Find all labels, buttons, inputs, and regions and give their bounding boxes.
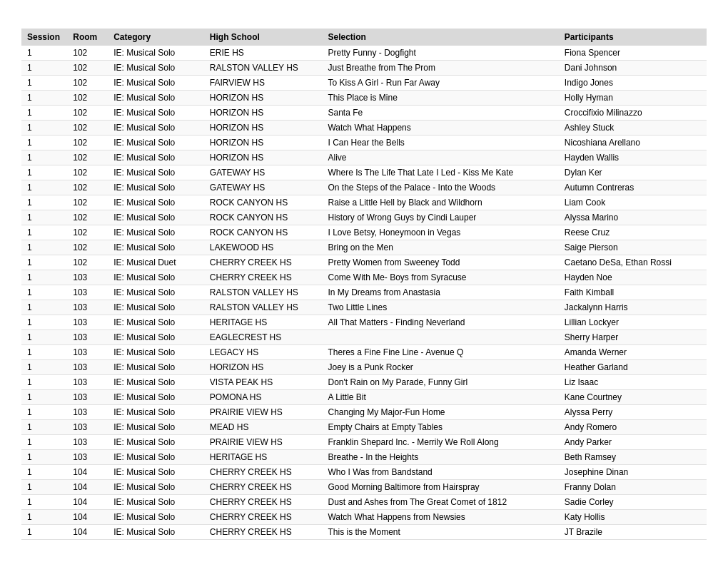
table-cell: 102 [67, 255, 108, 270]
table-cell: Pretty Women from Sweeney Todd [322, 255, 558, 270]
table-cell: 103 [67, 420, 108, 435]
header-category: Category [108, 29, 204, 46]
table-cell: Just Breathe from The Prom [322, 61, 558, 76]
header-selection: Selection [322, 29, 558, 46]
table-cell: 1 [21, 165, 67, 180]
header-room: Room [67, 29, 108, 46]
table-cell: HORIZON HS [204, 91, 323, 106]
table-row: 1103IE: Musical SoloRALSTON VALLEY HSIn … [21, 285, 707, 300]
table-cell: A Little Bit [322, 390, 558, 405]
table-cell: IE: Musical Solo [108, 330, 204, 345]
table-row: 1102IE: Musical SoloGATEWAY HSWhere Is T… [21, 165, 707, 180]
table-cell: IE: Musical Solo [108, 76, 204, 91]
table-cell: Reese Cruz [559, 225, 707, 240]
table-row: 1103IE: Musical SoloMEAD HSEmpty Chairs … [21, 420, 707, 435]
table-cell: 1 [21, 435, 67, 450]
table-cell: 1 [21, 330, 67, 345]
table-cell: CHERRY CREEK HS [204, 525, 323, 540]
table-cell: Bring on the Men [322, 240, 558, 255]
table-cell: This Place is Mine [322, 91, 558, 106]
table-cell: Jackalynn Harris [559, 300, 707, 315]
table-row: 1102IE: Musical SoloHORIZON HSI Can Hear… [21, 136, 707, 150]
table-cell: Ashley Stuck [559, 121, 707, 136]
table-cell: 102 [67, 121, 108, 136]
table-cell: 1 [21, 210, 67, 225]
table-cell: IE: Musical Solo [108, 405, 204, 420]
table-cell: 102 [67, 46, 108, 61]
table-cell: 103 [67, 435, 108, 450]
table-cell: Empty Chairs at Empty Tables [322, 420, 558, 435]
table-cell: This is the Moment [322, 525, 558, 540]
table-cell: Alyssa Marino [559, 210, 707, 225]
table-cell: HORIZON HS [204, 136, 323, 150]
table-cell: 102 [67, 165, 108, 180]
table-cell: IE: Musical Solo [108, 525, 204, 540]
table-cell: Lillian Lockyer [559, 315, 707, 330]
table-cell: ERIE HS [204, 46, 323, 61]
table-cell: 1 [21, 405, 67, 420]
table-row: 1103IE: Musical SoloLEGACY HSTheres a Fi… [21, 345, 707, 360]
table-cell: IE: Musical Solo [108, 285, 204, 300]
table-row: 1102IE: Musical SoloHORIZON HSAliveHayde… [21, 150, 707, 165]
table-cell: Caetano DeSa, Ethan Rossi [559, 255, 707, 270]
table-cell: IE: Musical Solo [108, 270, 204, 285]
table-cell: 103 [67, 270, 108, 285]
table-cell: VISTA PEAK HS [204, 375, 323, 390]
table-row: 1103IE: Musical SoloPRAIRIE VIEW HS Fran… [21, 435, 707, 450]
table-cell: Good Morning Baltimore from Hairspray [322, 480, 558, 495]
table-cell: HORIZON HS [204, 150, 323, 165]
table-cell: 1 [21, 76, 67, 91]
table-cell: All That Matters - Finding Neverland [322, 315, 558, 330]
table-row: 1104IE: Musical SoloCHERRY CREEK HSThis … [21, 525, 707, 540]
table-cell: IE: Musical Solo [108, 46, 204, 61]
table-cell: To Kiss A Girl - Run Far Away [322, 76, 558, 91]
table-cell: 1 [21, 375, 67, 390]
table-row: 1104IE: Musical SoloCHERRY CREEK HSDust … [21, 495, 707, 510]
table-row: 1104IE: Musical SoloCHERRY CREEK HSGood … [21, 480, 707, 495]
table-row: 1103IE: Musical SoloPRAIRIE VIEW HSChang… [21, 405, 707, 420]
table-cell: Franklin Shepard Inc. - Merrily We Roll … [322, 435, 558, 450]
table-cell: Saige Pierson [559, 240, 707, 255]
table-row: 1102IE: Musical SoloERIE HSPretty Funny … [21, 46, 707, 61]
table-row: 1102IE: Musical SoloLAKEWOOD HSBring on … [21, 240, 707, 255]
table-row: 1102IE: Musical SoloROCK CANYON HSRaise … [21, 195, 707, 210]
table-cell: RALSTON VALLEY HS [204, 300, 323, 315]
table-cell: IE: Musical Solo [108, 360, 204, 375]
table-cell: 103 [67, 285, 108, 300]
table-cell: Watch What Happens from Newsies [322, 510, 558, 525]
table-cell: 102 [67, 240, 108, 255]
table-cell: 104 [67, 525, 108, 540]
table-cell: Santa Fe [322, 106, 558, 121]
table-cell: CHERRY CREEK HS [204, 270, 323, 285]
table-cell: Breathe - In the Heights [322, 450, 558, 465]
table-cell: Josephine Dinan [559, 465, 707, 480]
table-cell: Raise a Little Hell by Black and Wildhor… [322, 195, 558, 210]
table-row: 1102IE: Musical DuetCHERRY CREEK HSPrett… [21, 255, 707, 270]
table-cell: 1 [21, 420, 67, 435]
table-cell: ROCK CANYON HS [204, 210, 323, 225]
table-row: 1103IE: Musical SoloHERITAGE HSAll That … [21, 315, 707, 330]
table-cell: Alyssa Perry [559, 405, 707, 420]
table-cell: FAIRVIEW HS [204, 76, 323, 91]
table-row: 1104IE: Musical SoloCHERRY CREEK HSWatch… [21, 510, 707, 525]
table-cell: 103 [67, 345, 108, 360]
table-cell: Sadie Corley [559, 495, 707, 510]
table-cell: IE: Musical Solo [108, 315, 204, 330]
table-cell: 103 [67, 330, 108, 345]
table-cell: 102 [67, 136, 108, 150]
table-cell: Beth Ramsey [559, 450, 707, 465]
table-row: 1103IE: Musical SoloCHERRY CREEK HSCome … [21, 270, 707, 285]
table-cell: 103 [67, 450, 108, 465]
table-cell: 102 [67, 150, 108, 165]
table-cell: CHERRY CREEK HS [204, 480, 323, 495]
table-cell: 1 [21, 495, 67, 510]
table-row: 1103IE: Musical SoloRALSTON VALLEY HSTwo… [21, 300, 707, 315]
table-cell: IE: Musical Solo [108, 136, 204, 150]
table-cell: History of Wrong Guys by Cindi Lauper [322, 210, 558, 225]
table-cell: 1 [21, 61, 67, 76]
table-cell: Who I Was from Bandstand [322, 465, 558, 480]
table-cell: GATEWAY HS [204, 180, 323, 195]
header-school: High School [204, 29, 323, 46]
table-cell: 1 [21, 225, 67, 240]
table-cell: IE: Musical Solo [108, 495, 204, 510]
